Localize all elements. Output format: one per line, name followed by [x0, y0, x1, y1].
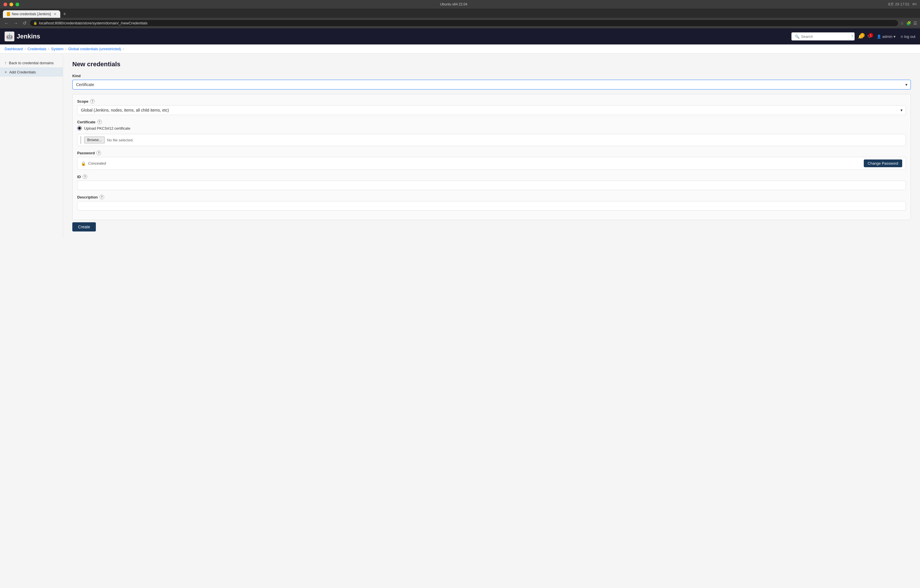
extensions-icon[interactable]: 🧩 [906, 21, 911, 26]
certificate-help-icon[interactable]: ? [97, 120, 102, 124]
breadcrumb-system[interactable]: System [51, 47, 63, 51]
id-label: ID ? [77, 174, 906, 179]
kind-select-wrapper: Certificate Username with password SSH U… [72, 80, 911, 89]
notif-badge-count: 1 [860, 33, 865, 37]
page-title: New credentials [72, 61, 911, 68]
user-menu[interactable]: 👤 admin ▾ [877, 34, 896, 39]
browser-nav: ← → ↺ 🔒 localhost:8080/credentials/store… [0, 18, 920, 28]
breadcrumb: Dashboard › Credentials › System › Globa… [0, 44, 920, 53]
os-max-btn[interactable] [16, 3, 19, 6]
file-input-row: Browse... No file selected. [77, 134, 906, 146]
tab-favicon [7, 12, 10, 16]
file-name-text: No file selected. [107, 138, 134, 142]
sidebar: ↑ Back to credential domains + Add Crede… [0, 53, 63, 238]
credentials-sub-section: Scope ? Global (Jenkins, nodes, items, a… [72, 94, 911, 220]
jenkins-app: 🤖 Jenkins 🔍 ? 🔔 1 🛡 1 👤 admin ▾ ⎋ [0, 28, 920, 588]
change-password-btn[interactable]: Change Password [864, 160, 902, 167]
breadcrumb-sep-4: › [123, 47, 124, 51]
add-icon: + [5, 70, 7, 74]
tab-close-btn[interactable]: ✕ [53, 12, 56, 16]
password-help-icon[interactable]: ? [96, 150, 101, 155]
sidebar-add-label: Add Credentials [9, 70, 36, 74]
scope-help-icon[interactable]: ? [90, 99, 95, 103]
scope-label: Scope ? [77, 99, 906, 103]
tab-title: New credentials [Jenkins] [12, 12, 51, 16]
breadcrumb-dashboard[interactable]: Dashboard [5, 47, 23, 51]
os-title: Ubuntu x64 22.04 [21, 2, 886, 6]
forward-btn[interactable]: → [12, 20, 19, 26]
search-icon: 🔍 [795, 34, 800, 39]
browser-nav-right: ☆ 🧩 ☰ [900, 21, 917, 26]
security-icon-wrapper[interactable]: 🛡 1 [868, 34, 871, 39]
sidebar-back-label: Back to credential domains [9, 61, 53, 65]
search-help-icon[interactable]: ? [851, 34, 854, 39]
breadcrumb-sep-3: › [65, 47, 66, 51]
search-input[interactable] [801, 34, 849, 39]
sidebar-item-add-credentials[interactable]: + Add Credentials [0, 68, 63, 77]
back-btn[interactable]: ← [3, 20, 10, 26]
upload-pkcs-radio-option: Upload PKCS#12 certificate [77, 126, 906, 131]
reload-btn[interactable]: ↺ [21, 20, 28, 26]
description-input[interactable] [77, 201, 906, 210]
description-label: Description ? [77, 195, 906, 199]
id-field-group: ID ? [77, 174, 906, 190]
breadcrumb-sep-2: › [48, 47, 49, 51]
id-help-icon[interactable]: ? [83, 174, 87, 179]
username-label: admin [883, 34, 892, 39]
password-label: Password ? [77, 150, 906, 155]
password-lock-icon: 🔒 [81, 161, 86, 166]
shield-badge-count: 1 [869, 33, 873, 37]
logout-btn[interactable]: ⎋ log out [901, 34, 915, 39]
menu-icon[interactable]: ☰ [914, 21, 917, 26]
jenkins-header: 🤖 Jenkins 🔍 ? 🔔 1 🛡 1 👤 admin ▾ ⎋ [0, 28, 920, 44]
password-field-group: Password ? 🔒 Concealed Change Password [77, 150, 906, 170]
jenkins-avatar: 🤖 [5, 32, 15, 41]
scope-field-group: Scope ? Global (Jenkins, nodes, items, a… [77, 99, 906, 115]
breadcrumb-sep-1: › [25, 47, 26, 51]
upload-pkcs-radio[interactable] [77, 126, 82, 131]
browser-chrome: New credentials [Jenkins] ✕ + ← → ↺ 🔒 lo… [0, 9, 920, 28]
certificate-field-group: Certificate ? Upload PKCS#12 certificate… [77, 120, 906, 146]
back-arrow-icon: ↑ [5, 61, 6, 65]
kind-field-group: Kind Certificate Username with password … [72, 74, 911, 89]
jenkins-logo: 🤖 Jenkins [5, 32, 788, 41]
kind-select[interactable]: Certificate Username with password SSH U… [72, 80, 911, 89]
os-titlebar-icons: 8月 29 17:01 en [888, 2, 917, 7]
sidebar-item-back-to-domains[interactable]: ↑ Back to credential domains [0, 58, 63, 68]
bookmark-icon[interactable]: ☆ [900, 21, 904, 26]
content-area: New credentials Kind Certificate Usernam… [63, 53, 920, 238]
id-input[interactable] [77, 181, 906, 190]
kind-label: Kind [72, 74, 911, 78]
header-icons: 🔔 1 🛡 1 👤 admin ▾ ⎋ log out [858, 34, 915, 39]
description-help-icon[interactable]: ? [100, 195, 104, 199]
logout-label: log out [904, 34, 915, 39]
password-row: 🔒 Concealed Change Password [77, 157, 906, 170]
browse-btn[interactable]: Browse... [84, 137, 105, 144]
search-box[interactable]: 🔍 ? [792, 32, 855, 40]
address-text: localhost:8080/credentials/store/system/… [39, 21, 147, 25]
browser-tab-active[interactable]: New credentials [Jenkins] ✕ [3, 10, 60, 18]
user-chevron-icon: ▾ [894, 34, 896, 39]
os-min-btn[interactable] [10, 3, 13, 6]
breadcrumb-credentials[interactable]: Credentials [28, 47, 47, 51]
address-lock-icon: 🔒 [33, 21, 37, 25]
main-layout: ↑ Back to credential domains + Add Crede… [0, 53, 920, 238]
upload-pkcs-label[interactable]: Upload PKCS#12 certificate [84, 126, 130, 131]
address-bar[interactable]: 🔒 localhost:8080/credentials/store/syste… [29, 19, 899, 27]
description-field-group: Description ? [77, 195, 906, 210]
concealed-text: Concealed [88, 161, 864, 165]
user-icon: 👤 [877, 34, 881, 39]
os-close-btn[interactable] [3, 3, 7, 6]
jenkins-title: Jenkins [17, 33, 40, 40]
notification-bell[interactable]: 🔔 1 [858, 34, 863, 39]
breadcrumb-global-credentials[interactable]: Global credentials (unrestricted) [68, 47, 121, 51]
scope-select[interactable]: Global (Jenkins, nodes, items, all child… [77, 105, 906, 115]
browser-tabs: New credentials [Jenkins] ✕ + [0, 9, 920, 18]
create-btn[interactable]: Create [72, 222, 96, 231]
scope-select-wrapper: Global (Jenkins, nodes, items, all child… [77, 105, 906, 115]
logout-icon: ⎋ [901, 34, 903, 39]
new-tab-btn[interactable]: + [62, 11, 68, 17]
vertical-bar [80, 136, 81, 144]
os-titlebar: Ubuntu x64 22.04 8月 29 17:01 en [0, 0, 920, 9]
certificate-label: Certificate ? [77, 120, 906, 124]
